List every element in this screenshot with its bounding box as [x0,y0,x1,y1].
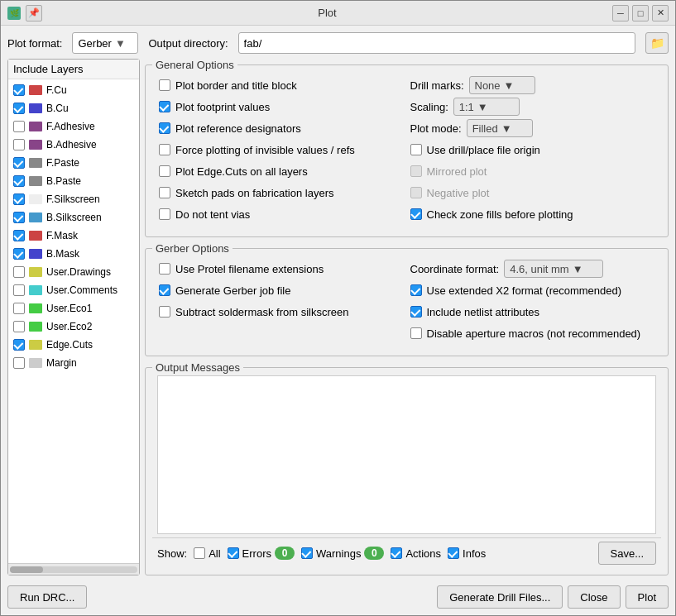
plot_border-checkbox[interactable] [159,79,170,91]
general-right-plot_mode_label: Plot mode:Filled▼ [410,119,655,137]
plot_footprint-checkbox[interactable] [159,101,170,112]
chevron-down-icon: ▼ [504,79,515,92]
layer-checkbox[interactable] [13,321,25,332]
layer-checkbox[interactable] [13,230,25,241]
layer-checkbox[interactable] [13,357,25,369]
run-drc-button[interactable]: Run DRC... [7,585,87,609]
negative-label: Negative plot [427,187,490,199]
layer-item-usereco1[interactable]: User.Eco1 [8,299,139,318]
do_not_tent-checkbox[interactable] [159,208,170,220]
layer-color [29,358,42,368]
protel_ext-checkbox[interactable] [159,263,170,275]
layer-checkbox[interactable] [13,103,25,114]
layer-checkbox[interactable] [13,284,25,296]
plot_border-label: Plot border and title block [175,79,297,92]
layer-item-userdrawings[interactable]: User.Drawings [8,263,139,281]
layer-name: User.Eco2 [46,321,92,332]
plot_footprint-label: Plot footprint values [175,101,270,113]
layer-checkbox[interactable] [13,121,25,132]
layer-item-bpaste[interactable]: B.Paste [8,172,139,190]
plot_mode-dropdown[interactable]: Filled▼ [467,119,533,137]
show-errors-checkbox[interactable] [228,547,239,559]
layer-item-margin[interactable]: Margin [8,354,139,372]
gerber-option-gerber_job: Generate Gerber job file [159,281,404,299]
pin-button[interactable]: 📌 [26,5,42,21]
layer-color [29,103,42,113]
drill_marks-dropdown[interactable]: None▼ [469,76,535,94]
gerber-option-protel_ext: Use Protel filename extensions [159,260,404,278]
show-errors-item: Errors 0 [228,547,295,560]
browse-folder-button[interactable]: 📁 [645,32,669,54]
layer-checkbox[interactable] [13,248,25,260]
plot-button[interactable]: Plot [626,585,669,609]
plot-format-select[interactable]: Gerber ▼ [72,32,138,54]
generate-drill-button[interactable]: Generate Drill Files... [437,585,563,609]
save-button[interactable]: Save... [598,542,656,565]
layers-scrollbar[interactable] [8,563,139,575]
layer-checkbox[interactable] [13,139,25,150]
show-infos-checkbox[interactable] [448,547,459,559]
minimize-button[interactable]: ─ [612,5,629,21]
plot_edge-checkbox[interactable] [159,165,170,177]
layer-item-bsilkscreen[interactable]: B.Silkscreen [8,208,139,227]
mirrored-label: Mirrored plot [427,165,487,178]
show-all-label: All [209,547,220,560]
layer-checkbox[interactable] [13,339,25,351]
sketch_pads-checkbox[interactable] [159,187,170,198]
layer-item-bmask[interactable]: B.Mask [8,245,139,263]
output-dir-input[interactable] [238,32,635,54]
scrollbar-track [10,566,137,573]
layer-item-edgecuts[interactable]: Edge.Cuts [8,336,139,354]
check_zone-checkbox[interactable] [410,208,422,220]
layer-item-bcu[interactable]: B.Cu [8,99,139,117]
maximize-button[interactable]: □ [632,5,649,21]
layer-color [29,267,42,277]
layer-name: F.Cu [46,84,67,96]
layer-name: User.Comments [46,284,117,296]
show-actions-checkbox[interactable] [391,547,402,559]
general-option-plot_edge: Plot Edge.Cuts on all layers [159,162,404,180]
netlist_attr-checkbox[interactable] [410,306,422,318]
layer-checkbox[interactable] [13,212,25,223]
scrollbar-thumb[interactable] [10,566,43,573]
use_drill-checkbox[interactable] [410,144,422,155]
layer-name: B.Mask [46,248,79,260]
layer-item-fpaste[interactable]: F.Paste [8,154,139,172]
subtract_mask-checkbox[interactable] [159,306,170,318]
layer-checkbox[interactable] [13,84,25,96]
close-button-main[interactable]: Close [568,585,620,609]
layer-color [29,158,42,168]
general-right-negative: Negative plot [410,184,655,202]
main-content: Plot format: Gerber ▼ Output directory: … [1,26,675,615]
gerber-right-netlist_attr: Include netlist attributes [410,303,655,321]
show-all-checkbox[interactable] [194,547,205,559]
layer-item-fcu[interactable]: F.Cu [8,81,139,99]
plot_ref-checkbox[interactable] [159,122,170,134]
check_zone-label: Check zone fills before plotting [427,208,573,221]
action-buttons: Run DRC... Generate Drill Files... Close… [7,585,669,609]
layers-panel: Include Layers F.CuB.CuF.AdhesiveB.Adhes… [7,59,140,575]
layer-checkbox[interactable] [13,303,25,314]
negative-checkbox[interactable] [410,187,422,198]
layer-item-usereco2[interactable]: User.Eco2 [8,318,139,336]
extended_x2-checkbox[interactable] [410,284,422,296]
disable_aperture-checkbox[interactable] [410,327,422,339]
coord_format-dropdown[interactable]: 4.6, unit mm▼ [504,260,603,278]
layer-checkbox[interactable] [13,175,25,187]
mirrored-checkbox[interactable] [410,165,422,177]
close-button[interactable]: ✕ [652,5,669,21]
layer-item-fadhesive[interactable]: F.Adhesive [8,117,139,136]
layer-item-usercomments[interactable]: User.Comments [8,281,139,299]
layer-checkbox[interactable] [13,193,25,205]
chevron-down-icon: ▼ [477,101,488,113]
layer-item-badhesive[interactable]: B.Adhesive [8,136,139,154]
gerber_job-checkbox[interactable] [159,284,170,296]
layer-item-fmask[interactable]: F.Mask [8,227,139,245]
scaling-dropdown[interactable]: 1:1▼ [453,98,520,116]
force_invisible-checkbox[interactable] [159,144,170,155]
layer-item-fsilkscreen[interactable]: F.Silkscreen [8,190,139,208]
layer-checkbox[interactable] [13,157,25,169]
show-warnings-checkbox[interactable] [301,547,313,559]
layer-checkbox[interactable] [13,266,25,278]
gerber-options-section: Gerber Options Use Protel filename exten… [145,242,669,356]
